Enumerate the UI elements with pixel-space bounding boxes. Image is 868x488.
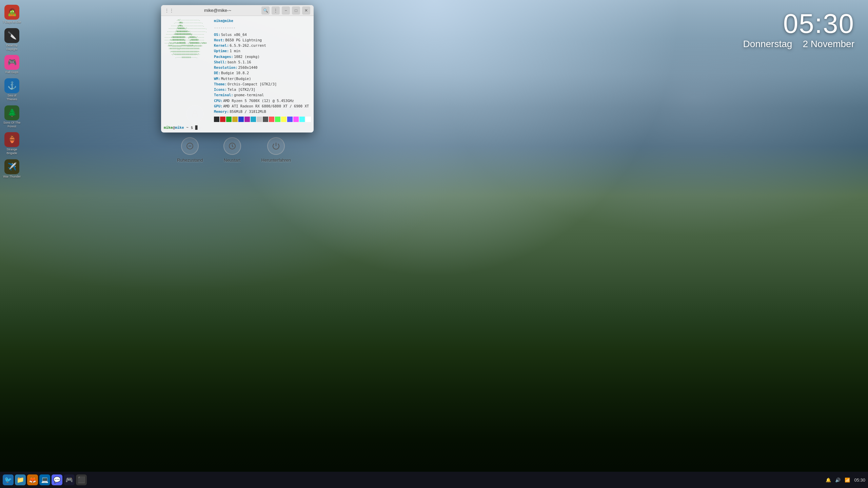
app-label-strange-brigade: Strange Brigade xyxy=(2,148,22,155)
sidebar-app-strange-brigade[interactable]: 🏺 Strange Brigade xyxy=(1,131,23,157)
color-swatch xyxy=(238,117,244,122)
taskbar-network-icon[interactable]: 📶 xyxy=(845,477,850,483)
color-swatch xyxy=(257,117,262,122)
taskbar-icon-budgie-menu[interactable]: 🐦 xyxy=(3,474,14,485)
app-label-war-thunder: War Thunder xyxy=(3,175,21,179)
taskbar-right: 🔔 🔊 📶 05:30 xyxy=(826,477,865,483)
color-palette xyxy=(214,117,311,122)
color-swatch xyxy=(220,117,225,122)
app-label-sea-of-thieves: Sea of Thieves xyxy=(2,94,22,101)
taskbar: 🐦📁🦊💻💬🎮⬛ 🔔 🔊 📶 05:30 xyxy=(0,472,868,488)
app-icon-sea-of-thieves: ⚓ xyxy=(4,78,19,93)
color-swatch xyxy=(263,117,268,122)
color-swatch xyxy=(232,117,238,122)
taskbar-icon-vscode[interactable]: 💻 xyxy=(39,474,50,485)
terminal-prompt-line: mike@mike ~ $ █ xyxy=(161,124,314,133)
sysinfo-kernel: Kernel: 6.5.9-262.current xyxy=(214,43,311,48)
power-icon-shutdown xyxy=(267,137,285,155)
power-row-2: Ruhezustand Neustart Herunterfahren xyxy=(177,137,291,163)
terminal-sysinfo: mike@mike ---------- OS: Solus x86_64 Ho… xyxy=(211,16,314,124)
sysinfo-host: Host: B650 PG Lightning xyxy=(214,37,311,43)
terminal-title: mike@mike-~ xyxy=(177,8,259,13)
power-label-suspend: Ruhezustand xyxy=(177,158,203,163)
color-swatch xyxy=(251,117,256,122)
taskbar-icon-discord[interactable]: 💬 xyxy=(52,474,62,485)
power-item-suspend[interactable]: Ruhezustand xyxy=(177,137,203,163)
color-swatch xyxy=(275,117,280,122)
taskbar-icon-browser[interactable]: 🦊 xyxy=(27,474,38,485)
menu-button[interactable]: ⋮ xyxy=(272,6,280,15)
sysinfo-os: OS: Solus x86_64 xyxy=(214,32,311,37)
terminal-ascii-art: .+/--------------. .---mNo--------------… xyxy=(161,16,211,124)
power-icon-restart xyxy=(223,137,241,155)
app-icon-7days: 🧟 xyxy=(4,5,19,20)
power-icon-suspend xyxy=(181,137,199,155)
maximize-button[interactable]: □ xyxy=(292,6,300,15)
taskbar-left: 🐦📁🦊💻💬🎮⬛ xyxy=(3,474,87,485)
sysinfo-theme: Theme: Orchis-Compact [GTK2/3] xyxy=(214,81,311,87)
taskbar-icon-steam[interactable]: 🎮 xyxy=(64,474,75,485)
search-button[interactable]: 🔍 xyxy=(261,6,270,15)
sidebar-app-fall-guys[interactable]: 🎮 Fall Guys xyxy=(1,54,23,76)
prompt-host: mike xyxy=(175,125,184,130)
app-label-sons-forest: Sons Of The Forest xyxy=(2,121,22,128)
taskbar-time: 05:30 xyxy=(854,477,865,483)
taskbar-icon-files[interactable]: 📁 xyxy=(15,474,26,485)
sysinfo-terminal: Terminal: gnome-terminal xyxy=(214,92,311,98)
color-swatch xyxy=(269,117,274,122)
cursor: █ xyxy=(195,125,198,130)
power-label-shutdown: Herunterfahren xyxy=(261,158,291,163)
sidebar-app-sons-forest[interactable]: 🌲 Sons Of The Forest xyxy=(1,104,23,130)
clock-date-val: 2 November xyxy=(803,39,854,49)
sysinfo-resolution: Resolution: 868x488 xyxy=(214,65,311,70)
app-label-fall-guys: Fall Guys xyxy=(5,70,18,74)
clock-widget: 05:30 Donnerstag 2 November xyxy=(743,10,854,49)
app-icon-fall-guys: 🎮 xyxy=(4,55,19,70)
sysinfo-memory: Memory: 856MiB / 31812MiB xyxy=(214,109,311,114)
sysinfo-packages: Packages: 1082 (eopkg) xyxy=(214,54,311,59)
titlebar-actions: 🔍 ⋮ − □ ✕ xyxy=(261,6,310,15)
app-icon-strange-brigade: 🏺 xyxy=(4,132,19,147)
clock-day: Donnerstag xyxy=(743,39,792,49)
sidebar-app-war-thunder[interactable]: ✈️ War Thunder xyxy=(1,158,23,180)
color-swatch xyxy=(305,117,311,122)
sysinfo-wm: WM: Mutter(Budgie) xyxy=(214,76,311,81)
color-swatch xyxy=(226,117,232,122)
clock-date: Donnerstag 2 November xyxy=(743,39,854,49)
color-swatch xyxy=(299,117,305,122)
terminal-window: ⋮⋮ mike@mike-~ 🔍 ⋮ − □ ✕ .+/------------… xyxy=(161,5,314,133)
terminal-body: .+/--------------. .---mNo--------------… xyxy=(161,16,314,124)
sysinfo-icons: Icons: Tela [GTK2/3] xyxy=(214,87,311,92)
power-item-restart[interactable]: Neustart xyxy=(223,137,241,163)
sysinfo-de: DE: Budgie 10.8.2 xyxy=(214,70,311,76)
sidebar-app-dead-daylight[interactable]: 🔪 Dead by Daylight xyxy=(1,27,23,53)
desktop: 🧟 7 Days to Die 🔪 Dead by Daylight 🎮 Fal… xyxy=(0,0,868,488)
terminal-titlebar: ⋮⋮ mike@mike-~ 🔍 ⋮ − □ ✕ xyxy=(161,5,314,16)
close-button[interactable]: ✕ xyxy=(302,6,310,15)
prompt-user: mike xyxy=(164,125,173,130)
sidebar-app-7days[interactable]: 🧟 7 Days to Die xyxy=(1,3,23,25)
sidebar-app-sea-of-thieves[interactable]: ⚓ Sea of Thieves xyxy=(1,77,23,103)
sidebar: 🧟 7 Days to Die 🔪 Dead by Daylight 🎮 Fal… xyxy=(0,0,24,472)
terminal-username: mike@mike xyxy=(214,18,311,23)
app-label-dead-daylight: Dead by Daylight xyxy=(2,44,22,51)
taskbar-notification-icon[interactable]: 🔔 xyxy=(826,477,831,483)
color-swatch xyxy=(214,117,219,122)
color-swatch xyxy=(244,117,250,122)
app-icon-sons-forest: 🌲 xyxy=(4,105,19,120)
app-icon-dead-daylight: 🔪 xyxy=(4,28,19,43)
sysinfo-uptime: Uptime: 1 min xyxy=(214,48,311,54)
power-label-restart: Neustart xyxy=(224,158,240,163)
power-item-shutdown[interactable]: Herunterfahren xyxy=(261,137,291,163)
sysinfo-gpu: GPU: AMD ATI Radeon RX 6800/6800 XT / 69… xyxy=(214,103,311,109)
app-label-7days: 7 Days to Die xyxy=(3,20,21,24)
color-swatch xyxy=(287,117,293,122)
minimize-button[interactable]: − xyxy=(282,6,290,15)
taskbar-icon-terminal[interactable]: ⬛ xyxy=(76,474,87,485)
app-icon-war-thunder: ✈️ xyxy=(4,159,19,174)
color-swatch xyxy=(281,117,287,122)
clock-time: 05:30 xyxy=(743,10,854,37)
color-swatch xyxy=(293,117,299,122)
sysinfo-shell: Shell: bash 5.1.16 xyxy=(214,59,311,65)
taskbar-volume-icon[interactable]: 🔊 xyxy=(835,477,841,483)
